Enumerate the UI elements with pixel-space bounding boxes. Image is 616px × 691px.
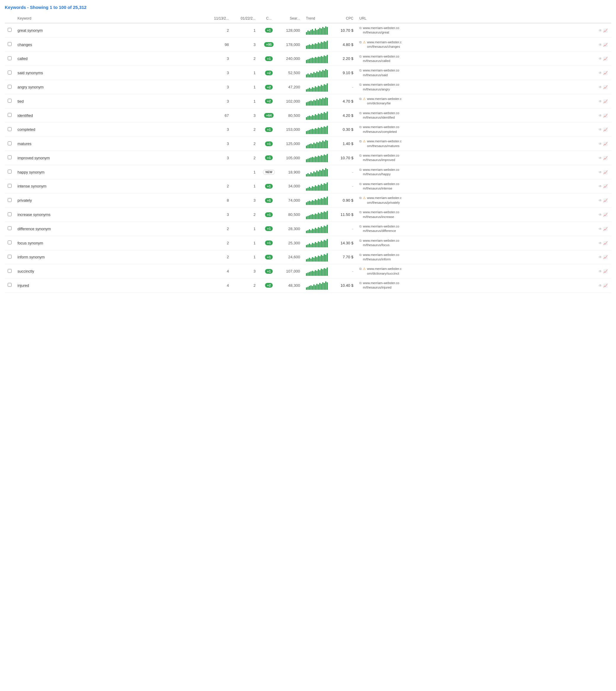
- keyword-link[interactable]: said synonyms: [18, 70, 43, 75]
- keyword-link[interactable]: intense synonym: [18, 184, 47, 188]
- row-checkbox[interactable]: [8, 85, 12, 89]
- chart-icon[interactable]: 📈: [603, 241, 608, 245]
- url-text[interactable]: www.merriam-webster.co m/thesaurus/great: [363, 26, 399, 35]
- view-icon[interactable]: 👁: [598, 156, 602, 160]
- url-text[interactable]: www.merriam-webster.co m/thesaurus/inten…: [363, 182, 399, 191]
- row-checkbox[interactable]: [8, 269, 12, 273]
- chart-icon[interactable]: 📈: [603, 99, 608, 104]
- row-checkbox[interactable]: [8, 226, 12, 230]
- external-link-icon[interactable]: ⧉: [359, 139, 362, 143]
- chart-icon[interactable]: 📈: [603, 184, 608, 188]
- url-text[interactable]: www.merriam-webster.co m/thesaurus/happy: [363, 168, 399, 177]
- keyword-link[interactable]: difference synonym: [18, 226, 51, 231]
- chart-icon[interactable]: 📈: [603, 170, 608, 174]
- chart-icon[interactable]: 📈: [603, 85, 608, 89]
- row-checkbox[interactable]: [8, 99, 12, 103]
- external-link-icon[interactable]: ⧉: [359, 154, 362, 157]
- chart-icon[interactable]: 📈: [603, 227, 608, 231]
- external-link-icon[interactable]: ⧉: [359, 267, 362, 271]
- url-text[interactable]: www.merriam-webster.c om/dictionary/tie: [367, 97, 402, 106]
- keyword-link[interactable]: inform synonym: [18, 255, 45, 259]
- row-checkbox[interactable]: [8, 113, 12, 117]
- chart-icon[interactable]: 📈: [603, 255, 608, 259]
- keyword-link[interactable]: tied: [18, 99, 24, 104]
- url-text[interactable]: www.merriam-webster.co m/thesaurus/said: [363, 68, 399, 78]
- keyword-link[interactable]: completed: [18, 127, 35, 132]
- url-text[interactable]: www.merriam-webster.co m/thesaurus/ident…: [363, 111, 399, 120]
- keyword-link[interactable]: matures: [18, 142, 31, 146]
- row-checkbox[interactable]: [8, 212, 12, 216]
- view-icon[interactable]: 👁: [598, 213, 602, 217]
- external-link-icon[interactable]: ⧉: [359, 196, 362, 200]
- external-link-icon[interactable]: ⧉: [359, 224, 362, 228]
- view-icon[interactable]: 👁: [598, 43, 602, 47]
- url-text[interactable]: www.merriam-webster.co m/thesaurus/infor…: [363, 253, 399, 262]
- url-text[interactable]: www.merriam-webster.c om/thesaurus/matur…: [367, 139, 402, 148]
- row-checkbox[interactable]: [8, 255, 12, 259]
- view-icon[interactable]: 👁: [598, 142, 602, 146]
- chart-icon[interactable]: 📈: [603, 43, 608, 47]
- view-icon[interactable]: 👁: [598, 283, 602, 288]
- view-icon[interactable]: 👁: [598, 57, 602, 61]
- external-link-icon[interactable]: ⧉: [359, 40, 362, 44]
- keyword-link[interactable]: improved synonym: [18, 156, 50, 160]
- row-checkbox[interactable]: [8, 170, 12, 173]
- chart-icon[interactable]: 📈: [603, 283, 608, 288]
- view-icon[interactable]: 👁: [598, 28, 602, 33]
- view-icon[interactable]: 👁: [598, 269, 602, 274]
- external-link-icon[interactable]: ⧉: [359, 68, 362, 72]
- chart-icon[interactable]: 📈: [603, 128, 608, 132]
- keyword-link[interactable]: focus synonym: [18, 241, 43, 245]
- url-text[interactable]: www.merriam-webster.c om/thesaurus/priva…: [367, 196, 402, 205]
- chart-icon[interactable]: 📈: [603, 156, 608, 160]
- row-checkbox[interactable]: [8, 56, 12, 60]
- chart-icon[interactable]: 📈: [603, 113, 608, 118]
- url-text[interactable]: www.merriam-webster.co m/thesaurus/compl…: [363, 125, 399, 134]
- url-text[interactable]: www.merriam-webster.c om/dictionary/succ…: [367, 266, 402, 276]
- view-icon[interactable]: 👁: [598, 227, 602, 231]
- external-link-icon[interactable]: ⧉: [359, 111, 362, 115]
- url-text[interactable]: www.merriam-webster.co m/thesaurus/focus: [363, 238, 399, 247]
- view-icon[interactable]: 👁: [598, 128, 602, 132]
- view-icon[interactable]: 👁: [598, 99, 602, 104]
- external-link-icon[interactable]: ⧉: [359, 55, 362, 59]
- keyword-link[interactable]: angry synonym: [18, 85, 44, 89]
- view-icon[interactable]: 👁: [598, 85, 602, 89]
- url-text[interactable]: www.merriam-webster.co m/thesaurus/incre…: [363, 210, 399, 219]
- external-link-icon[interactable]: ⧉: [359, 168, 362, 172]
- url-text[interactable]: www.merriam-webster.co m/thesaurus/impro…: [363, 153, 399, 163]
- keyword-link[interactable]: increase synonyms: [18, 212, 50, 217]
- external-link-icon[interactable]: ⧉: [359, 182, 362, 186]
- external-link-icon[interactable]: ⧉: [359, 83, 362, 87]
- keyword-link[interactable]: great synonym: [18, 28, 43, 33]
- keyword-link[interactable]: changes: [18, 42, 32, 47]
- chart-icon[interactable]: 📈: [603, 57, 608, 61]
- url-text[interactable]: www.merriam-webster.co m/thesaurus/calle…: [363, 54, 399, 63]
- keyword-link[interactable]: happy synonym: [18, 170, 44, 174]
- row-checkbox[interactable]: [8, 42, 12, 46]
- row-checkbox[interactable]: [8, 155, 12, 159]
- chart-icon[interactable]: 📈: [603, 213, 608, 217]
- view-icon[interactable]: 👁: [598, 113, 602, 118]
- external-link-icon[interactable]: ⧉: [359, 26, 362, 30]
- view-icon[interactable]: 👁: [598, 170, 602, 174]
- url-text[interactable]: www.merriam-webster.co m/thesaurus/diffe…: [363, 224, 399, 233]
- row-checkbox[interactable]: [8, 70, 12, 74]
- keyword-link[interactable]: injured: [18, 283, 29, 288]
- view-icon[interactable]: 👁: [598, 184, 602, 188]
- row-checkbox[interactable]: [8, 198, 12, 202]
- external-link-icon[interactable]: ⧉: [359, 239, 362, 243]
- row-checkbox[interactable]: [8, 184, 12, 188]
- chart-icon[interactable]: 📈: [603, 71, 608, 75]
- external-link-icon[interactable]: ⧉: [359, 281, 362, 285]
- chart-icon[interactable]: 📈: [603, 198, 608, 202]
- row-checkbox[interactable]: [8, 283, 12, 287]
- url-text[interactable]: www.merriam-webster.co m/thesaurus/angry: [363, 83, 399, 92]
- external-link-icon[interactable]: ⧉: [359, 210, 362, 214]
- external-link-icon[interactable]: ⧉: [359, 125, 362, 129]
- keyword-link[interactable]: succinctly: [18, 269, 34, 274]
- view-icon[interactable]: 👁: [598, 198, 602, 202]
- external-link-icon[interactable]: ⧉: [359, 253, 362, 257]
- row-checkbox[interactable]: [8, 240, 12, 244]
- url-text[interactable]: www.merriam-webster.co m/thesaurus/injur…: [363, 281, 399, 290]
